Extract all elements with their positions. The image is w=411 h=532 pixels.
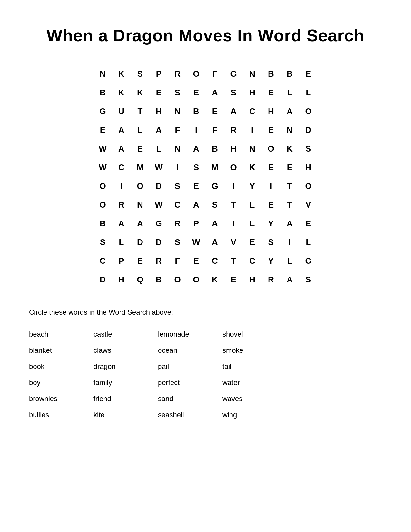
grid-cell: H bbox=[112, 270, 131, 289]
grid-cell: S bbox=[168, 177, 187, 195]
grid-cell: L bbox=[299, 83, 318, 102]
grid-cell: I bbox=[224, 214, 243, 233]
grid-cell: V bbox=[299, 195, 318, 214]
grid-cell: A bbox=[187, 195, 206, 214]
grid-cell: O bbox=[299, 102, 318, 121]
grid-cell: C bbox=[206, 251, 224, 270]
word-list: beachcastlelemonadeshovelblanketclawsoce… bbox=[29, 326, 319, 423]
grid-cell: E bbox=[187, 177, 206, 195]
grid-row: BAAGRPAILYAE bbox=[93, 214, 318, 233]
grid-cell: S bbox=[206, 195, 224, 214]
grid-cell: R bbox=[150, 251, 168, 270]
grid-cell: O bbox=[93, 177, 112, 195]
grid-cell: I bbox=[168, 158, 187, 177]
grid-cell: I bbox=[262, 177, 280, 195]
grid-cell: A bbox=[280, 102, 299, 121]
grid-cell: E bbox=[131, 251, 150, 270]
grid-row: WAELNABHNOKS bbox=[93, 139, 318, 158]
grid-cell: K bbox=[206, 270, 224, 289]
grid-cell: T bbox=[131, 102, 150, 121]
grid-cell: O bbox=[93, 195, 112, 214]
grid-cell: T bbox=[280, 177, 299, 195]
circle-instruction: Circle these words in the Word Search ab… bbox=[29, 308, 319, 317]
grid-cell: R bbox=[168, 214, 187, 233]
grid-cell: S bbox=[262, 233, 280, 251]
grid-cell: R bbox=[262, 270, 280, 289]
grid-row: WCMWISMOKEEH bbox=[93, 158, 318, 177]
grid-cell: A bbox=[224, 102, 243, 121]
word-item: castle bbox=[93, 326, 158, 342]
grid-cell: P bbox=[150, 64, 168, 83]
grid-cell: S bbox=[299, 139, 318, 158]
grid-cell: E bbox=[299, 214, 318, 233]
word-item: brownies bbox=[29, 391, 93, 407]
grid-cell: A bbox=[206, 233, 224, 251]
grid-row: CPERFECTCYLG bbox=[93, 251, 318, 270]
grid-cell: K bbox=[112, 64, 131, 83]
grid-cell: M bbox=[206, 158, 224, 177]
grid-cell: W bbox=[150, 158, 168, 177]
grid-cell: L bbox=[299, 233, 318, 251]
word-item: blanket bbox=[29, 342, 93, 359]
grid-cell: D bbox=[131, 233, 150, 251]
grid-cell: A bbox=[206, 83, 224, 102]
word-item: ocean bbox=[158, 342, 222, 359]
grid-cell: L bbox=[280, 251, 299, 270]
grid-cell: K bbox=[131, 83, 150, 102]
grid-cell: C bbox=[243, 102, 262, 121]
grid-cell: O bbox=[224, 158, 243, 177]
grid-cell: W bbox=[93, 158, 112, 177]
grid-cell: U bbox=[112, 102, 131, 121]
grid-cell: A bbox=[280, 270, 299, 289]
grid-cell: K bbox=[112, 83, 131, 102]
grid-cell: S bbox=[168, 233, 187, 251]
grid-cell: E bbox=[280, 158, 299, 177]
grid-cell: N bbox=[93, 64, 112, 83]
word-search-grid: NKSPROFGNBBEBKKESEASHELLGUTHNBEACHAOEALA… bbox=[93, 64, 318, 289]
grid-cell: N bbox=[280, 121, 299, 139]
grid-cell: I bbox=[187, 121, 206, 139]
grid-cell: H bbox=[243, 270, 262, 289]
word-item: kite bbox=[93, 407, 158, 423]
word-item: pail bbox=[158, 359, 222, 375]
word-item: lemonade bbox=[158, 326, 222, 342]
grid-row: SLDDSWAVESIL bbox=[93, 233, 318, 251]
grid-cell: N bbox=[168, 139, 187, 158]
grid-cell: L bbox=[150, 139, 168, 158]
grid-cell: F bbox=[168, 251, 187, 270]
word-item: shovel bbox=[222, 326, 287, 342]
grid-row: ORNWCASTLETV bbox=[93, 195, 318, 214]
grid-row: EALAFIFRIEND bbox=[93, 121, 318, 139]
word-item: sand bbox=[158, 391, 222, 407]
grid-cell: E bbox=[131, 139, 150, 158]
grid-cell: L bbox=[243, 195, 262, 214]
word-item: bullies bbox=[29, 407, 93, 423]
grid-row: BKKESEASHELL bbox=[93, 83, 318, 102]
grid-cell: C bbox=[243, 251, 262, 270]
word-item: water bbox=[222, 375, 287, 391]
grid-cell: A bbox=[280, 214, 299, 233]
grid-row: GUTHNBEACHAO bbox=[93, 102, 318, 121]
grid-cell: B bbox=[93, 83, 112, 102]
grid-cell: W bbox=[187, 233, 206, 251]
grid-cell: Q bbox=[131, 270, 150, 289]
grid-cell: E bbox=[262, 83, 280, 102]
grid-cell: N bbox=[243, 64, 262, 83]
grid-cell: S bbox=[131, 64, 150, 83]
grid-cell: O bbox=[299, 177, 318, 195]
grid-cell: I bbox=[224, 177, 243, 195]
grid-cell: H bbox=[243, 83, 262, 102]
word-item: boy bbox=[29, 375, 93, 391]
grid-row: OIODSEGIYITO bbox=[93, 177, 318, 195]
word-item: seashell bbox=[158, 407, 222, 423]
grid-cell: A bbox=[206, 214, 224, 233]
word-item: wing bbox=[222, 407, 287, 423]
grid-cell: E bbox=[93, 121, 112, 139]
grid-cell: T bbox=[224, 195, 243, 214]
grid-cell: S bbox=[224, 83, 243, 102]
grid-cell: V bbox=[224, 233, 243, 251]
grid-cell: N bbox=[131, 195, 150, 214]
grid-cell: D bbox=[93, 270, 112, 289]
grid-cell: R bbox=[112, 195, 131, 214]
grid-cell: F bbox=[168, 121, 187, 139]
